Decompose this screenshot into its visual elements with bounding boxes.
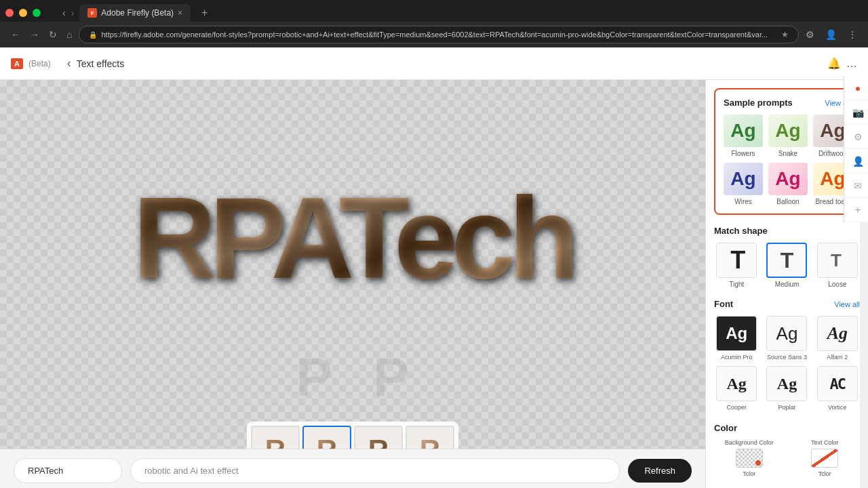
rendered-text: RPATech (133, 174, 572, 302)
generated-text-display: RPATech P P (47, 136, 658, 409)
font-grid-row1: Ag Acumin Pro Ag Source Sans 3 Ag Alfarn… (714, 316, 860, 361)
shape-label-loose: Loose (828, 281, 846, 288)
font-preview-acumin: Ag (716, 316, 757, 351)
nav-forward-chrome[interactable]: › (71, 7, 75, 18)
font-ag-alfarn: Ag (827, 323, 848, 344)
bg-swatch-label: Tclor (743, 470, 755, 477)
more-options-btn[interactable]: … (846, 58, 857, 70)
tab-favicon (87, 8, 97, 18)
font-poplar[interactable]: Ag Poplar (764, 366, 809, 411)
bg-color-label: Background Color (725, 439, 774, 446)
back-btn[interactable]: ← (8, 26, 23, 43)
sample-prompts-box: Sample prompts View all Ag Flowers Ag Sn… (714, 88, 860, 215)
font-preview-poplar: Ag (766, 366, 807, 401)
color-section: Color Background Color Tclor Text Color … (714, 422, 860, 477)
match-shape-title: Match shape (714, 226, 768, 236)
font-preview-alfarn: Ag (817, 316, 858, 351)
prompt-label-wires: Wires (734, 198, 752, 205)
app-header: A (Beta) ‹ Text effects 🔔 … (0, 47, 868, 80)
more-btn[interactable]: ⋮ (845, 26, 860, 43)
font-ag-vortice: AC (830, 375, 846, 392)
font-acumin-pro[interactable]: Ag Acumin Pro (714, 316, 759, 361)
color-title: Color (714, 423, 737, 433)
bg-color-swatch[interactable] (736, 449, 763, 468)
reload-btn[interactable]: ↻ (46, 26, 60, 43)
shape-t-tight: T (730, 246, 743, 274)
shape-preview-loose: T (817, 243, 858, 278)
shape-t-medium: T (781, 248, 794, 273)
font-preview-vortice: AC (817, 366, 858, 401)
bookmark-icon[interactable]: ★ (781, 30, 789, 39)
font-label-acumin: Acumin Pro (721, 354, 753, 361)
forward-btn[interactable]: → (27, 26, 42, 43)
font-title: Font (714, 299, 733, 309)
logo-letter: A (14, 60, 20, 68)
extensions-btn[interactable]: ⚙ (803, 26, 817, 43)
side-panel-icons: ● 📷 ⚙ 👤 ✉ + (844, 76, 868, 222)
font-label-source: Source Sans 3 (767, 354, 807, 361)
side-icon-1[interactable]: ● (844, 76, 868, 100)
window-max-btn[interactable] (33, 9, 41, 17)
side-icon-4[interactable]: 👤 (844, 149, 868, 174)
prompt-label-flowers: Flowers (731, 150, 755, 157)
side-icon-5[interactable]: ✉ (844, 174, 868, 198)
notification-btn[interactable]: 🔔 (827, 57, 841, 70)
profile-btn[interactable]: 👤 (823, 26, 840, 43)
tab-bar: ‹ › Adobe Firefly (Beta) × + (0, 0, 868, 22)
url-text: https://firefly.adobe.com/generate/font-… (101, 30, 777, 39)
prompt-label-balloon: Balloon (776, 198, 799, 205)
font-label-cooper: Cooper (726, 404, 747, 411)
desc-input[interactable] (130, 458, 620, 483)
prompt-item-flowers[interactable]: Ag Flowers (724, 115, 763, 157)
shape-loose[interactable]: T Loose (815, 243, 860, 288)
toolbar-icons: ⚙ 👤 ⋮ (803, 26, 860, 43)
text-input[interactable] (14, 458, 122, 483)
prompt-item-balloon[interactable]: Ag Balloon (768, 163, 808, 205)
sample-prompts-header: Sample prompts View all (724, 98, 850, 108)
nav-back-chrome[interactable]: ‹ (62, 7, 66, 18)
side-icon-2[interactable]: 📷 (844, 100, 868, 125)
shape-tight[interactable]: T Tight (714, 243, 759, 288)
sample-prompts-title: Sample prompts (724, 98, 793, 108)
font-alfarn[interactable]: Ag Alfarn 2 (815, 316, 860, 361)
font-preview-source: Ag (766, 316, 807, 351)
active-tab[interactable]: Adobe Firefly (Beta) × (79, 4, 191, 22)
prompt-label-snake: Snake (778, 150, 797, 157)
secure-icon: 🔒 (89, 31, 97, 39)
window-close-btn[interactable] (5, 9, 14, 17)
page-title: Text effects (77, 58, 125, 69)
text-color-diagonal (812, 449, 837, 467)
adobe-logo-box: A (11, 58, 23, 69)
text-swatch-label: Tclor (818, 470, 831, 477)
font-vortice[interactable]: AC Vortice (815, 366, 860, 411)
sample-prompts-grid: Ag Flowers Ag Snake Ag Driftwood (724, 115, 850, 205)
text-color-swatch[interactable] (811, 449, 838, 468)
back-button[interactable]: ‹ (62, 54, 77, 73)
side-icon-plus[interactable]: + (844, 198, 868, 222)
font-cooper[interactable]: Ag Cooper (714, 366, 759, 411)
refresh-button[interactable]: Refresh (628, 459, 692, 483)
prompt-thumb-flowers: Ag (724, 115, 763, 147)
prompt-label-driftwood: Driftwood (818, 150, 847, 157)
address-bar[interactable]: 🔒 https://firefly.adobe.com/generate/fon… (79, 26, 799, 43)
font-header: Font View all (714, 299, 860, 309)
color-row: Background Color Tclor Text Color Tclor (714, 439, 860, 477)
home-btn[interactable]: ⌂ (64, 26, 75, 43)
window-min-btn[interactable] (19, 9, 27, 17)
font-view-all[interactable]: View all (834, 300, 860, 308)
prompt-item-snake[interactable]: Ag Snake (768, 115, 808, 157)
prompt-item-wires[interactable]: Ag Wires (724, 163, 763, 205)
text-color-col: Text Color Tclor (790, 439, 861, 477)
font-source-sans[interactable]: Ag Source Sans 3 (764, 316, 809, 361)
tab-close-btn[interactable]: × (178, 8, 182, 18)
new-tab-btn[interactable]: + (196, 4, 213, 22)
shape-medium[interactable]: T Medium (764, 243, 809, 288)
font-grid-row2: Ag Cooper Ag Poplar AC Vortice (714, 366, 860, 411)
font-label-poplar: Poplar (778, 404, 795, 411)
browser-chrome: ‹ › Adobe Firefly (Beta) × + ← → ↻ ⌂ 🔒 h… (0, 0, 868, 47)
font-label-vortice: Vortice (828, 404, 847, 411)
prompt-thumb-snake: Ag (768, 115, 808, 147)
side-icon-3[interactable]: ⚙ (844, 125, 868, 149)
shape-preview-tight: T (716, 243, 757, 278)
shape-label-tight: Tight (729, 281, 744, 288)
